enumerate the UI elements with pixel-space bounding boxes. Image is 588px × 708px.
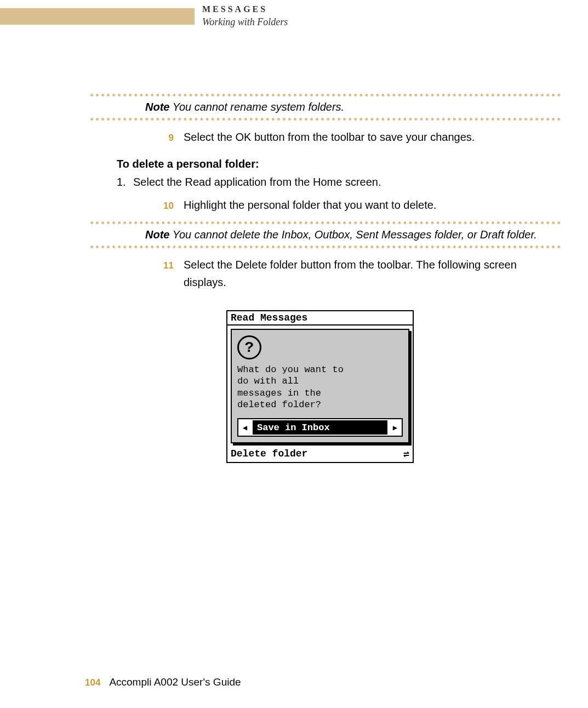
device-screenshot: Read Messages ? What do you want to do w… — [226, 310, 414, 463]
note-delete: Note You cannot delete the Inbox, Outbox… — [90, 221, 561, 248]
step-11-number: 11 — [90, 260, 184, 271]
note-border-bottom-2 — [90, 245, 561, 248]
header-text-block: MESSAGES Working with Folders — [202, 4, 288, 28]
note-border-top — [90, 94, 561, 96]
page-footer: 104 Accompli A002 User's Guide — [85, 676, 241, 688]
device-footer-bar: Delete folder ⇌ — [227, 447, 413, 462]
step-9-text: Select the OK button from the toolbar to… — [184, 128, 561, 146]
list-item-1: 1. Select the Read application from the … — [117, 176, 561, 189]
subheading-delete-folder: To delete a personal folder: — [117, 158, 561, 170]
note-border-top-2 — [90, 221, 561, 224]
arrow-right-icon: ▶ — [389, 419, 402, 436]
note-border-bottom — [90, 118, 561, 121]
note-line: Note You cannot rename system folders. — [90, 99, 561, 116]
page-header: MESSAGES Working with Folders — [0, 4, 588, 28]
option-selector: ◀ Save in Inbox ▶ — [237, 418, 403, 437]
step-9: 9 Select the OK button from the toolbar … — [90, 128, 561, 146]
list-item-1-number: 1. — [117, 176, 133, 189]
swap-icon: ⇌ — [403, 448, 409, 460]
page-content: Note You cannot rename system folders. 9… — [90, 90, 561, 463]
header-color-bar — [0, 8, 195, 25]
page-number: 104 — [85, 677, 100, 688]
device-window-title: Read Messages — [227, 311, 413, 326]
device-footer-label: Delete folder — [231, 448, 307, 459]
step-10-number: 10 — [90, 201, 184, 212]
dialog-question-text: What do you want to do with all messages… — [237, 364, 403, 410]
step-10: 10 Highlight the personal folder that yo… — [90, 196, 561, 214]
device-dialog: ? What do you want to do with all messag… — [231, 329, 409, 443]
note-rename: Note You cannot rename system folders. — [90, 94, 561, 121]
note-rename-text: You cannot rename system folders. — [169, 101, 344, 113]
step-11: 11 Select the Delete folder button from … — [90, 256, 561, 291]
arrow-left-icon: ◀ — [238, 419, 252, 436]
note-line-2: Note You cannot delete the Inbox, Outbox… — [90, 226, 561, 243]
step-9-number: 9 — [90, 133, 184, 144]
step-11-text: Select the Delete folder button from the… — [184, 256, 561, 291]
chapter-title: MESSAGES — [202, 4, 288, 14]
option-selected-label: Save in Inbox — [253, 420, 387, 435]
list-item-1-text: Select the Read application from the Hom… — [133, 176, 381, 189]
guide-title: Accompli A002 User's Guide — [109, 676, 241, 688]
note-label: Note — [145, 101, 169, 113]
device-frame: Read Messages ? What do you want to do w… — [226, 310, 414, 463]
section-title: Working with Folders — [202, 16, 288, 28]
device-body: ? What do you want to do with all messag… — [227, 326, 413, 447]
note-label-2: Note — [145, 229, 169, 241]
step-10-text: Highlight the personal folder that you w… — [184, 196, 561, 214]
question-icon: ? — [237, 335, 261, 359]
note-delete-text: You cannot delete the Inbox, Outbox, Sen… — [169, 229, 536, 241]
